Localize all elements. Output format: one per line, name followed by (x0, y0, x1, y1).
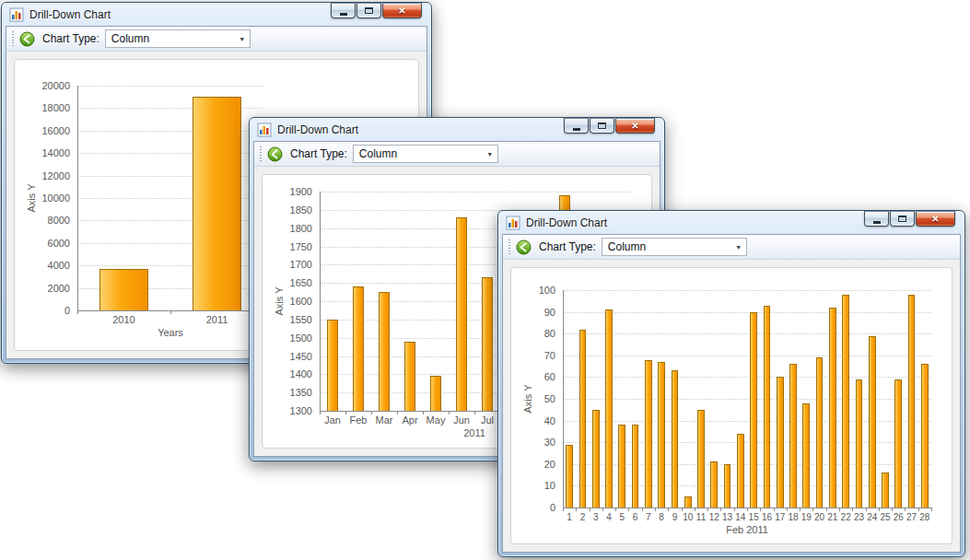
bar[interactable] (764, 306, 771, 508)
bar[interactable] (894, 379, 902, 508)
x-tick-mark (695, 508, 695, 511)
window-title: Drill-Down Chart (277, 123, 358, 136)
bar[interactable] (379, 292, 389, 411)
bar[interactable] (645, 360, 652, 508)
bar[interactable] (193, 97, 241, 310)
x-tick-mark (734, 508, 735, 511)
bar[interactable] (605, 309, 613, 508)
bar[interactable] (697, 410, 705, 508)
x-tick-label: 2 (576, 511, 589, 523)
bar[interactable] (327, 320, 337, 411)
close-button[interactable]: ✕ (916, 211, 955, 227)
chart-type-combobox[interactable]: Column ▼ (602, 238, 747, 256)
bar[interactable] (737, 434, 744, 508)
bar[interactable] (353, 286, 363, 411)
titlebar[interactable]: Drill-Down Chart ✕ (6, 3, 427, 26)
toolbar-grip[interactable] (260, 146, 262, 161)
bar[interactable] (579, 330, 587, 508)
close-icon: ✕ (931, 215, 939, 224)
chart-panel: 0102030405060708090100123456789101112131… (510, 267, 952, 544)
close-icon: ✕ (631, 122, 638, 131)
bar[interactable] (99, 269, 148, 310)
bar[interactable] (777, 377, 784, 508)
drill-up-icon[interactable] (267, 146, 283, 162)
titlebar[interactable]: Drill-Down Chart ✕ (502, 211, 961, 234)
gridline (77, 86, 263, 87)
x-tick-mark (170, 310, 171, 314)
bar[interactable] (856, 379, 863, 508)
x-tick-label: 15 (747, 511, 760, 523)
bar[interactable] (829, 308, 836, 508)
window-controls: ✕ (331, 3, 422, 18)
bar[interactable] (404, 342, 415, 411)
x-tick-label: 6 (628, 511, 641, 523)
x-tick-mark (590, 508, 590, 511)
x-tick-label: Jun (449, 414, 474, 426)
close-button[interactable]: ✕ (615, 118, 655, 134)
x-tick-mark (852, 508, 853, 511)
minimize-button[interactable] (864, 211, 889, 227)
chart-type-value: Column (602, 240, 731, 253)
minimize-icon (340, 13, 347, 16)
chart-type-combobox[interactable]: Column ▼ (105, 29, 251, 48)
toolbar: Chart Type: Column ▼ (503, 235, 960, 260)
minimize-icon (573, 128, 580, 131)
bar[interactable] (684, 496, 692, 508)
bar[interactable] (566, 445, 573, 508)
y-tick-label: 1800 (283, 222, 312, 235)
bar[interactable] (658, 362, 665, 508)
titlebar[interactable]: Drill-Down Chart ✕ (253, 118, 660, 141)
y-tick-label: 18000 (35, 101, 70, 114)
y-tick-label: 1600 (283, 295, 312, 308)
bar[interactable] (592, 410, 600, 508)
close-button[interactable]: ✕ (382, 3, 422, 18)
x-tick-mark (602, 508, 603, 511)
bar[interactable] (710, 461, 718, 508)
toolbar-grip[interactable] (508, 239, 510, 254)
app-icon (9, 7, 24, 22)
y-tick-label: 10000 (35, 192, 70, 204)
gridline (563, 356, 931, 356)
x-axis-title: Years (77, 327, 263, 338)
minimize-button[interactable] (331, 3, 356, 18)
drill-up-icon[interactable] (516, 239, 532, 255)
bar[interactable] (789, 364, 797, 508)
bar[interactable] (842, 295, 849, 508)
x-tick-mark (787, 508, 788, 511)
chart-type-value: Column (354, 147, 483, 160)
toolbar-grip[interactable] (12, 31, 14, 46)
maximize-button[interactable] (890, 211, 915, 227)
bar[interactable] (802, 403, 810, 508)
drill-up-icon[interactable] (19, 31, 35, 47)
bar[interactable] (750, 312, 757, 508)
bar[interactable] (882, 472, 889, 508)
x-tick-label: Feb (345, 414, 371, 426)
maximize-button[interactable] (590, 118, 614, 134)
x-tick-label: May (423, 414, 449, 426)
x-tick-label: 3 (590, 511, 602, 523)
bar[interactable] (632, 425, 639, 508)
bar[interactable] (430, 376, 440, 411)
bar[interactable] (921, 364, 929, 508)
bar[interactable] (456, 217, 466, 411)
minimize-button[interactable] (564, 118, 589, 134)
bar[interactable] (482, 277, 492, 411)
y-tick-label: 1300 (283, 404, 312, 417)
bar[interactable] (908, 295, 916, 508)
y-axis-title: Axis Y (522, 290, 535, 508)
maximize-button[interactable] (356, 3, 381, 18)
bar[interactable] (724, 464, 731, 508)
bar[interactable] (672, 370, 679, 508)
x-tick-mark (423, 411, 424, 414)
x-tick-mark (615, 508, 616, 511)
chart-type-combobox[interactable]: Column ▼ (353, 145, 498, 163)
window-title: Drill-Down Chart (29, 8, 111, 21)
bar[interactable] (869, 336, 876, 508)
x-tick-label: 25 (879, 511, 892, 523)
y-axis-title: Axis Y (26, 86, 39, 310)
maximize-icon (598, 122, 606, 129)
y-tick-label: 0 (35, 304, 70, 317)
bar[interactable] (618, 425, 625, 508)
x-tick-mark (563, 508, 564, 511)
bar[interactable] (816, 357, 824, 508)
